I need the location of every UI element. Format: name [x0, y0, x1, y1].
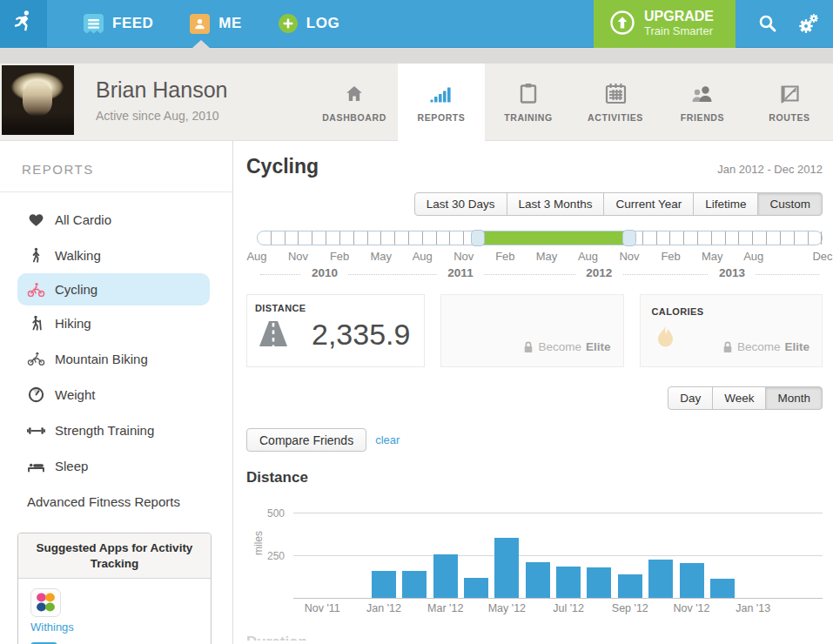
slider-year-label: 2011 [437, 266, 483, 279]
sidebar-header: REPORTS [22, 162, 232, 177]
chart-plot-area [293, 495, 823, 599]
search-button[interactable] [748, 0, 788, 48]
dumbbell-icon [27, 425, 45, 437]
slider-tick [299, 231, 312, 245]
sidebar-item-cycling[interactable]: Cycling [17, 273, 210, 305]
slider-handle-right[interactable] [622, 230, 636, 246]
settings-button[interactable] [788, 0, 828, 48]
bar-Nov '12 [680, 563, 704, 598]
x-tick-label: Jan '13 [736, 602, 770, 614]
report-date-range: Jan 2012 - Dec 2012 [717, 163, 823, 176]
bar-Oct '12 [648, 560, 673, 598]
sidebar-item-strength-training[interactable]: Strength Training [0, 413, 232, 448]
cycling-icon [27, 282, 45, 298]
slider-year-label: 2013 [709, 266, 756, 279]
slider-tick [684, 231, 698, 245]
slider-month-label: Feb [661, 250, 680, 263]
calories-stat-box: CALORIES Become Elite [640, 294, 823, 367]
slider-tick [340, 231, 354, 245]
range-button-lifetime[interactable]: Lifetime [693, 192, 758, 216]
duration-upsell[interactable]: Become Elite [523, 340, 610, 353]
log-plus-icon [279, 14, 298, 33]
avatar[interactable] [2, 65, 74, 135]
slider-month-label: Aug [578, 250, 598, 263]
x-tick-label: Jan '12 [366, 602, 401, 614]
calories-upsell[interactable]: Become Elite [722, 340, 809, 353]
granularity-button-week[interactable]: Week [712, 386, 766, 410]
chart-gridline [293, 513, 823, 513]
slider-handle-left[interactable] [471, 230, 485, 246]
bar-Jul '12 [556, 567, 581, 598]
upgrade-button[interactable]: UPGRADE Train Smarter [594, 0, 736, 48]
sidebar-item-sleep[interactable]: Sleep [0, 448, 232, 484]
sidebar-item-weight[interactable]: Weight [0, 377, 232, 413]
tab-dashboard[interactable]: DASHBOARD [311, 64, 398, 141]
withings-app-icon[interactable] [30, 588, 61, 617]
slider-tick [450, 231, 464, 245]
range-button-current-year[interactable]: Current Year [603, 192, 694, 216]
slider-month-label: Nov [619, 250, 639, 263]
y-tick-label: 250 [246, 550, 285, 562]
sidebar-divider [0, 191, 232, 192]
distance-chart-title: Distance [246, 469, 823, 486]
sidebar-item-all-cardio[interactable]: All Cardio [0, 202, 232, 238]
report-content: Cycling Jan 2012 - Dec 2012 Last 30 Days… [233, 141, 833, 644]
calendar-icon [605, 82, 627, 104]
suggested-apps-title: Suggested Apps for Activity Tracking [18, 533, 211, 579]
tab-activities[interactable]: ACTIVITIES [572, 64, 659, 141]
sidebar-item-advanced-fitness-reports[interactable]: Advanced Fitness Reports [0, 484, 232, 520]
nav-item-log[interactable]: LOG [279, 14, 339, 33]
upgrade-subtitle: Train Smarter [644, 25, 713, 38]
bar-Mar '12 [433, 554, 458, 598]
granularity-button-day[interactable]: Day [668, 386, 713, 410]
slider-tick [726, 231, 740, 245]
slider-year-labels: 2010201120122013 [257, 266, 823, 282]
app-logo[interactable] [0, 0, 47, 48]
slider-tick [395, 231, 409, 245]
granularity-button-month[interactable]: Month [765, 386, 823, 410]
profile-info: Brian Hanson Active since Aug, 2010 [96, 77, 227, 123]
friends-icon [690, 82, 715, 104]
home-icon [344, 82, 365, 104]
tab-routes[interactable]: ROUTES [746, 64, 833, 141]
bar-Dec '12 [710, 579, 735, 598]
slider-tick [643, 231, 657, 245]
slider-month-label: Nov [288, 250, 308, 263]
profile-active-since: Active since Aug, 2010 [96, 109, 227, 123]
sidebar-item-walking[interactable]: Walking [0, 238, 232, 273]
slider-tick [354, 231, 368, 245]
slider-track[interactable] [257, 231, 823, 245]
range-button-custom[interactable]: Custom [757, 192, 823, 216]
slider-month-labels: AugNovFebMayAugNovFebMayAugNovFebMayAugD… [257, 250, 823, 264]
slider-selected-range[interactable] [478, 231, 629, 245]
nav-item-feed[interactable]: FEED [84, 14, 153, 34]
map-icon [778, 82, 801, 104]
compare-friends-button[interactable]: Compare Friends [246, 428, 366, 452]
range-button-last-30-days[interactable]: Last 30 Days [414, 192, 507, 216]
nav-item-me[interactable]: ME [190, 14, 242, 34]
mountain-biking-icon [27, 352, 45, 366]
x-tick-label: Jul '12 [553, 602, 584, 614]
clear-link[interactable]: clear [375, 433, 400, 446]
sidebar-item-mountain-biking[interactable]: Mountain Biking [0, 341, 232, 377]
runner-icon [10, 9, 37, 38]
distance-label: DISTANCE [255, 303, 306, 313]
withings-app-link[interactable]: Withings [30, 621, 74, 634]
tab-reports[interactable]: REPORTS [398, 64, 485, 141]
slider-month-label: Nov [453, 250, 474, 263]
slider-month-label: May [702, 250, 723, 263]
sidebar-item-hiking[interactable]: Hiking [0, 305, 232, 341]
slider-tick [381, 231, 395, 245]
flame-icon [651, 322, 679, 360]
distance-value: 2,335.9 [312, 318, 410, 352]
range-button-last-3-months[interactable]: Last 3 Months [507, 192, 605, 216]
slider-tick [795, 231, 809, 245]
tab-friends[interactable]: FRIENDS [659, 64, 746, 141]
slider-tick [286, 231, 299, 245]
slider-month-label: May [536, 250, 558, 263]
slider-tick [312, 231, 326, 245]
tab-training[interactable]: TRAINING [485, 64, 572, 141]
upgrade-title: UPGRADE [644, 9, 714, 24]
slider-tick [272, 231, 286, 245]
slider-tick [423, 231, 437, 245]
